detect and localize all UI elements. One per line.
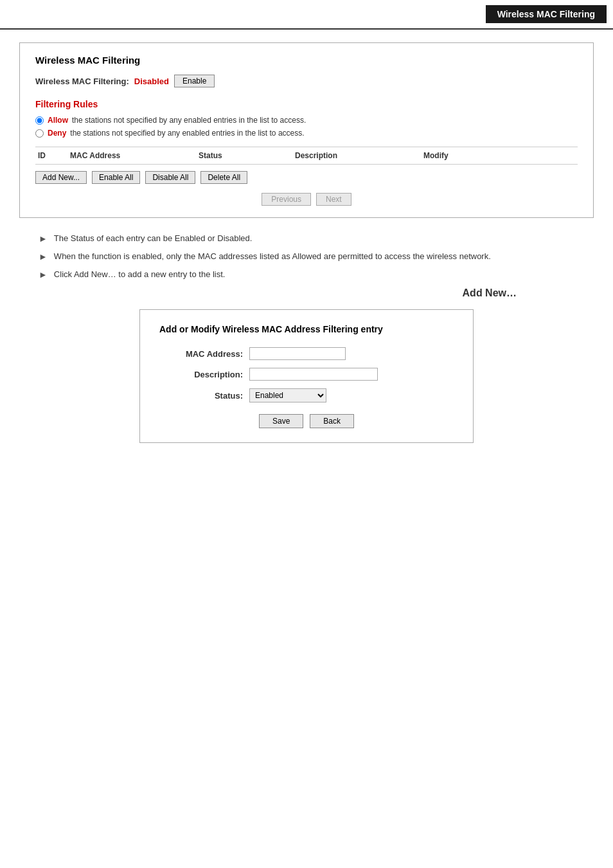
col-status: Status: [196, 151, 292, 160]
status-select[interactable]: Enabled Disabled: [249, 388, 326, 402]
action-buttons: Add New... Enable All Disable All Delete…: [35, 171, 578, 184]
mac-filtering-label: Wireless MAC Filtering:: [35, 77, 129, 86]
col-id: ID: [35, 151, 67, 160]
allow-rest-text: the stations not specified by any enable…: [72, 116, 306, 125]
description-label: Description:: [159, 370, 243, 379]
panel-title: Wireless MAC Filtering: [35, 55, 578, 66]
bullet-text-3: Click Add New… to add a new entry to the…: [54, 269, 226, 279]
next-button[interactable]: Next: [316, 193, 351, 206]
bullet-item-2: ► When the function is enabled, only the…: [39, 251, 594, 262]
back-button[interactable]: Back: [310, 414, 354, 428]
form-buttons: Save Back: [159, 414, 454, 428]
col-modify: Modify: [421, 151, 472, 160]
modify-panel: Add or Modify Wireless MAC Address Filte…: [139, 309, 474, 443]
mac-address-row: MAC Address:: [159, 347, 454, 360]
bullet-item-1: ► The Status of each entry can be Enable…: [39, 233, 594, 244]
modify-panel-title: Add or Modify Wireless MAC Address Filte…: [159, 324, 454, 334]
bullet-item-3: ► Click Add New… to add a new entry to t…: [39, 269, 594, 280]
mac-address-label: MAC Address:: [159, 349, 243, 359]
delete-all-button[interactable]: Delete All: [200, 171, 247, 184]
save-button[interactable]: Save: [259, 414, 303, 428]
filtering-rules-title: Filtering Rules: [35, 99, 578, 109]
mac-filtering-status-row: Wireless MAC Filtering: Disabled Enable: [35, 75, 578, 87]
radio-allow[interactable]: [35, 116, 44, 125]
header: Wireless MAC Filtering: [0, 0, 613, 30]
table-header: ID MAC Address Status Description Modify: [35, 147, 578, 165]
bullet-arrow-3: ►: [39, 269, 48, 280]
mac-filtering-panel: Wireless MAC Filtering Wireless MAC Filt…: [19, 42, 594, 218]
bullet-arrow-1: ►: [39, 233, 48, 244]
bullet-text-2: When the function is enabled, only the M…: [54, 251, 491, 261]
radio-allow-row: Allow the stations not specified by any …: [35, 116, 578, 125]
deny-label: Deny: [48, 129, 66, 138]
allow-label: Allow: [48, 116, 68, 125]
radio-deny-row: Deny the stations not specified by any e…: [35, 129, 578, 138]
description-input[interactable]: [249, 368, 378, 381]
mac-address-input[interactable]: [249, 347, 346, 360]
add-new-button[interactable]: Add New...: [35, 171, 87, 184]
header-title: Wireless MAC Filtering: [486, 5, 607, 23]
deny-rest-text: the stations not specified by any enable…: [70, 129, 304, 138]
status-label: Status:: [159, 391, 243, 401]
radio-deny[interactable]: [35, 129, 44, 138]
enable-button[interactable]: Enable: [174, 75, 215, 87]
add-new-heading: Add New…: [19, 287, 594, 299]
description-row: Description:: [159, 368, 454, 381]
bullet-arrow-2: ►: [39, 251, 48, 262]
disable-all-button[interactable]: Disable All: [145, 171, 195, 184]
col-mac: MAC Address: [67, 151, 196, 160]
bullet-section: ► The Status of each entry can be Enable…: [39, 233, 594, 280]
pagination-row: Previous Next: [35, 193, 578, 206]
mac-filtering-status-value: Disabled: [134, 77, 169, 86]
enable-all-button[interactable]: Enable All: [92, 171, 140, 184]
status-row: Status: Enabled Disabled: [159, 388, 454, 402]
bullet-text-1: The Status of each entry can be Enabled …: [54, 233, 253, 243]
previous-button[interactable]: Previous: [262, 193, 311, 206]
col-description: Description: [292, 151, 421, 160]
